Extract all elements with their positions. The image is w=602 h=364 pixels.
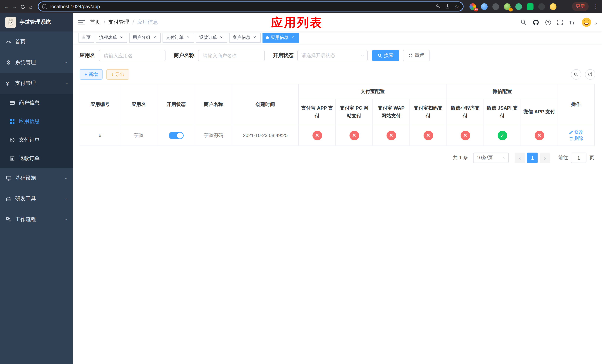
breadcrumb-home[interactable]: 首页 — [90, 19, 100, 26]
sidebar-item-label: 退款订单 — [19, 155, 40, 162]
sidebar-item-app-info[interactable]: 应用信息 — [0, 112, 73, 131]
fullscreen-icon[interactable] — [557, 20, 563, 25]
browser-update-button[interactable]: 更新 — [572, 2, 589, 11]
hamburger-icon[interactable] — [78, 20, 85, 25]
payment-submenu: 商户信息 应用信息 支付订单 — [0, 94, 73, 168]
sidebar-item-dev-tools[interactable]: 研发工具 › — [0, 189, 73, 209]
credit-card-icon — [10, 100, 19, 106]
col-header-created: 创建时间 — [232, 84, 299, 125]
browser-forward-icon[interactable]: → — [11, 2, 18, 11]
search-icon[interactable] — [521, 19, 527, 25]
extension-apps-icon[interactable]: 10 — [469, 3, 476, 10]
close-icon[interactable]: × — [290, 35, 295, 40]
plus-icon: + — [85, 72, 87, 77]
password-key-icon[interactable] — [436, 4, 441, 9]
avatar[interactable] — [581, 17, 592, 28]
cell-created: 2021-10-23 08:49:25 — [232, 125, 299, 146]
font-size-icon[interactable]: TT — [569, 19, 574, 25]
search-button[interactable]: 搜索 — [372, 50, 399, 61]
extension-pin-icon[interactable] — [538, 3, 545, 10]
col-header-actions: 操作 — [558, 84, 594, 125]
sidebar-item-pay-order[interactable]: 支付订单 — [0, 131, 73, 149]
add-button[interactable]: + 新增 — [80, 69, 103, 80]
github-icon[interactable] — [533, 19, 539, 25]
status-select[interactable]: 请选择开启状态 › — [297, 50, 368, 61]
page-size-select[interactable]: 10条/页 › — [473, 152, 509, 163]
goto-page-input[interactable] — [571, 152, 586, 163]
export-button[interactable]: ↓ 导出 — [107, 69, 129, 80]
screen: ← → ⌂ i localhost:1024/pay/app ☆ 10 1 — [0, 0, 602, 364]
sidebar-item-label: 工作流程 — [15, 216, 36, 223]
page-number-button[interactable]: 1 — [527, 152, 538, 163]
sidebar-item-merchant-info[interactable]: 商户信息 — [0, 94, 73, 112]
pagination: 共 1 条 10条/页 › ‹ 1 › 前往 页 — [80, 152, 594, 163]
sidebar-item-infrastructure[interactable]: 基础设施 › — [0, 168, 73, 189]
wx-app-status-icon — [534, 130, 544, 140]
monitor-icon — [6, 175, 15, 181]
sidebar-item-label: 系统管理 — [15, 59, 36, 66]
app-name-input[interactable] — [99, 50, 165, 61]
navbar-actions: ? TT › — [521, 17, 597, 28]
share-icon[interactable] — [445, 4, 450, 9]
browser-home-icon[interactable]: ⌂ — [27, 2, 34, 11]
bookmark-star-icon[interactable]: ☆ — [454, 3, 459, 10]
sidebar-item-payment[interactable]: ¥ 支付管理 › — [0, 73, 73, 94]
wx-mini-status-icon — [460, 130, 470, 140]
app-table: 应用编号 应用名 开启状态 商户名称 创建时间 支付宝配置 微信配置 操作 支付… — [80, 84, 595, 146]
tab-process-form[interactable]: 流程表单× — [96, 33, 127, 43]
extension-wechat-icon[interactable] — [527, 3, 534, 10]
tab-user-group[interactable]: 用户分组× — [129, 33, 161, 43]
tab-refund-order[interactable]: 退款订单× — [196, 33, 227, 43]
close-icon[interactable]: × — [119, 35, 124, 40]
browser-back-icon[interactable]: ← — [3, 2, 10, 11]
page-content: 应用名 商户名称 开启状态 请选择开启状态 › 搜索 — [73, 44, 602, 364]
browser-menu-icon[interactable]: ⋮ — [593, 3, 598, 10]
close-icon[interactable]: × — [252, 35, 257, 40]
sidebar-item-system[interactable]: ⚙ 系统管理 › — [0, 52, 73, 73]
extension-emoji-icon[interactable] — [550, 3, 557, 10]
show-search-button[interactable] — [571, 69, 581, 80]
app-shell: 芋道管理系统 首页 ⚙ 系统管理 › ¥ 支付管理 › — [0, 13, 602, 364]
site-info-icon[interactable]: i — [42, 4, 47, 9]
tab-pay-order[interactable]: 支付订单× — [162, 33, 194, 43]
extension-vue-devtools-icon[interactable] — [515, 3, 522, 10]
sidebar-item-workflow[interactable]: 工作流程 › — [0, 209, 73, 230]
extension-dark-icon[interactable] — [492, 3, 499, 10]
tab-merchant-info[interactable]: 商户信息× — [229, 33, 261, 43]
col-header-wx-app: 微信 APP 支付 — [521, 99, 558, 125]
alipay-wap-status-icon — [386, 130, 396, 140]
sidebar-logo[interactable]: 芋道管理系统 — [0, 13, 73, 32]
extensions-row: 10 1 — [469, 3, 557, 10]
avatar-caret-icon[interactable]: › — [594, 23, 599, 25]
alipay-app-status-icon — [312, 130, 322, 140]
tab-app-info[interactable]: 应用信息× — [262, 33, 299, 43]
sidebar-item-label: 商户信息 — [19, 100, 40, 106]
extension-blue-icon[interactable] — [481, 3, 488, 10]
breadcrumb-section[interactable]: 支付管理 — [108, 19, 129, 26]
close-icon[interactable]: × — [152, 35, 157, 40]
app-name-label: 应用名 — [80, 52, 95, 59]
prev-page-button[interactable]: ‹ — [515, 152, 525, 163]
status-toggle[interactable] — [169, 132, 183, 139]
merchant-name-input[interactable] — [198, 50, 265, 61]
reset-button[interactable]: 重置 — [403, 50, 430, 61]
help-icon[interactable]: ? — [545, 20, 551, 25]
chevron-down-icon: › — [64, 219, 69, 221]
extension-profile-icon[interactable]: 1 — [504, 3, 511, 10]
browser-reload-icon[interactable] — [19, 2, 26, 11]
cell-merchant: 芋道源码 — [195, 125, 232, 146]
col-header-wx-mini: 微信小程序支付 — [447, 99, 484, 125]
tab-home[interactable]: 首页 — [78, 33, 94, 43]
delete-link[interactable]: 删除 — [569, 135, 583, 142]
next-page-button[interactable]: › — [540, 152, 550, 163]
filter-form: 应用名 商户名称 开启状态 请选择开启状态 › 搜索 — [80, 50, 595, 61]
address-bar[interactable]: i localhost:1024/pay/app ☆ — [38, 1, 463, 11]
edit-link[interactable]: 修改 — [569, 129, 583, 135]
refresh-button[interactable] — [585, 69, 595, 80]
close-icon[interactable]: × — [185, 35, 191, 40]
sidebar-item-home[interactable]: 首页 — [0, 32, 73, 52]
sidebar-item-refund-order[interactable]: 退款订单 — [0, 149, 73, 168]
sidebar-item-label: 基础设施 — [15, 175, 36, 182]
close-icon[interactable]: × — [219, 35, 224, 40]
sidebar-item-label: 支付管理 — [15, 80, 36, 87]
